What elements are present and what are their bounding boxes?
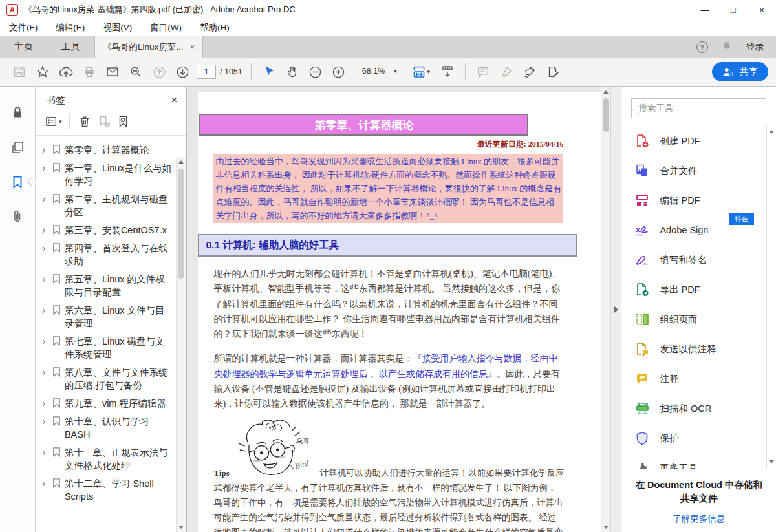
tool-comment[interactable]: 注释 (621, 364, 776, 394)
chevron-expand-icon[interactable]: › (42, 446, 48, 458)
bookmark-item[interactable]: › 第五章、Linux 的文件权限与目录配置 (42, 273, 173, 299)
tool-combine-files[interactable]: 合并文件 (621, 156, 776, 186)
fill-sign-page-button[interactable] (541, 61, 565, 83)
bookmark-options-button[interactable]: ▾ (43, 114, 63, 129)
tab-home[interactable]: 主页 (0, 36, 47, 58)
page-thumbnails-button[interactable] (9, 139, 26, 156)
tab-document[interactable]: 《鸟哥的Linux房菜... × (94, 36, 203, 58)
print-button[interactable] (78, 61, 101, 83)
bookmark-item[interactable]: › 第十章、认识与学习 BASH (42, 415, 173, 441)
delete-bookmark-button[interactable] (76, 113, 93, 130)
chevron-expand-icon[interactable]: › (42, 242, 48, 254)
bookmark-item[interactable]: › 第七章、Linux 磁盘与文件系统管理 (42, 335, 173, 361)
menu-window[interactable]: 窗口(W) (150, 22, 182, 34)
bookmark-item[interactable]: › 第九章、vim 程序编辑器 (42, 397, 173, 410)
upload-cloud-button[interactable] (54, 61, 78, 83)
page-number-input[interactable] (197, 65, 216, 79)
scroll-up-arrow[interactable] (178, 160, 184, 164)
tool-send-for-comments[interactable]: 发送以供注释 (621, 334, 776, 364)
search-tools-input[interactable] (631, 98, 766, 118)
menu-view[interactable]: 视图(V) (103, 22, 132, 34)
bookmark-item[interactable]: › 第十二章、学习 Shell Scripts (42, 477, 173, 503)
chevron-expand-icon[interactable]: › (42, 477, 48, 489)
menu-help[interactable]: 帮助(H) (200, 22, 230, 34)
chevron-expand-icon[interactable]: › (42, 273, 48, 285)
scroll-up-arrow[interactable] (769, 130, 774, 133)
scroll-down-arrow[interactable] (603, 526, 609, 529)
page-scrolling-button[interactable] (436, 61, 459, 83)
chevron-expand-icon[interactable]: › (42, 335, 48, 347)
bookmark-item[interactable]: › 第六章、Linux 文件与目录管理 (42, 304, 173, 330)
sign-pen-button[interactable] (518, 61, 541, 83)
email-button[interactable] (101, 61, 124, 83)
chevron-expand-icon[interactable]: › (42, 415, 48, 427)
maximize-button[interactable]: □ (719, 0, 748, 19)
tool-protect[interactable]: 保护 (621, 423, 776, 453)
notifications-bell-icon[interactable] (721, 40, 733, 54)
zoom-out-button[interactable] (304, 61, 327, 83)
close-button[interactable]: × (748, 0, 776, 19)
paragraph: 所谓的计算机就是一种计算器，而计算器其实是：『接受用户输入指令与数据，经由中央处… (213, 351, 565, 411)
scroll-down-arrow[interactable] (769, 460, 774, 463)
bookmark-item[interactable]: › 第二章、主机规划与磁盘分区 (42, 193, 173, 218)
chevron-expand-icon[interactable]: › (42, 162, 48, 174)
tool-fill-sign[interactable]: 填写和签名 (621, 245, 776, 275)
new-bookmark-button[interactable] (96, 113, 113, 130)
tool-scan-ocr[interactable]: 扫描和 OCR (621, 394, 776, 423)
chevron-expand-icon[interactable]: › (42, 397, 48, 409)
bookmarks-scrollbar[interactable] (176, 157, 186, 532)
highlight-button[interactable] (495, 61, 518, 83)
locate-current-bookmark-button[interactable] (115, 113, 132, 130)
scrollbar-thumb[interactable] (178, 169, 184, 279)
scroll-up-arrow[interactable] (603, 90, 609, 94)
bookmark-item[interactable]: › 第八章、文件与文件系统的压缩,打包与备份 (42, 366, 173, 392)
close-panel-icon[interactable]: × (171, 94, 178, 107)
fit-width-button[interactable]: ▾ (406, 61, 436, 83)
zoom-level-dropdown[interactable]: 68.1% ▾ (356, 65, 401, 78)
previous-page-button[interactable] (147, 61, 171, 83)
tool-edit-pdf[interactable]: 编辑 PDF (621, 186, 776, 215)
search-button[interactable] (124, 61, 147, 83)
chevron-expand-icon[interactable]: › (42, 193, 48, 205)
bookmarks-panel-button[interactable] (9, 174, 26, 191)
chevron-expand-icon[interactable]: › (42, 144, 48, 156)
tool-export-pdf[interactable]: 导出 PDF (621, 275, 776, 304)
tool-organize-pages[interactable]: 组织页面 (621, 304, 776, 334)
learn-more-link[interactable]: 了解更多信息 (673, 513, 725, 525)
save-button[interactable] (8, 61, 31, 83)
menu-edit[interactable]: 编辑(E) (56, 22, 85, 34)
minimize-button[interactable]: — (691, 0, 719, 19)
comment-button[interactable] (471, 61, 495, 83)
chevron-expand-icon[interactable]: › (42, 366, 48, 378)
sign-in-link[interactable]: 登录 (746, 41, 764, 53)
tab-tools[interactable]: 工具 (47, 36, 94, 58)
bookmark-item[interactable]: › 第零章、计算器概论 (42, 144, 173, 156)
bookmark-item[interactable]: › 第三章、安装CentOS7.x (42, 224, 173, 237)
document-scrollbar[interactable] (601, 87, 610, 532)
scroll-down-arrow[interactable] (178, 526, 184, 529)
scrollbar-thumb[interactable] (603, 98, 609, 132)
tool-adobe-sign[interactable]: Adobe Sign 特色 (621, 215, 776, 245)
document-canvas[interactable]: 第零章、计算器概论 最近更新日期: 2015/04/16 由过去的经验当中，鸟哥… (187, 87, 601, 532)
star-button[interactable] (31, 61, 54, 83)
close-tab-icon[interactable]: × (190, 42, 195, 52)
tool-more-tools[interactable]: 更多工具 (621, 453, 776, 469)
hand-tool-button[interactable] (281, 61, 304, 83)
menu-file[interactable]: 文件(F) (9, 22, 38, 34)
pdf-page[interactable]: 第零章、计算器概论 最近更新日期: 2015/04/16 由过去的经验当中，鸟哥… (198, 92, 601, 532)
zoom-in-button[interactable] (327, 61, 350, 83)
tool-create-pdf[interactable]: 创建 PDF (621, 126, 776, 156)
bookmark-item[interactable]: › 第十一章、正规表示法与文件格式化处理 (42, 446, 173, 472)
chevron-expand-icon[interactable]: › (42, 304, 48, 316)
chevron-expand-icon[interactable]: › (42, 224, 48, 236)
attachments-button[interactable] (9, 209, 26, 226)
share-button[interactable]: 共享 (712, 62, 768, 81)
bookmark-item[interactable]: › 第一章、Linux是什么与如何学习 (42, 162, 173, 187)
security-lock-button[interactable] (9, 104, 26, 121)
right-panel-toggle[interactable] (610, 87, 621, 532)
next-page-button[interactable] (171, 61, 194, 83)
help-icon[interactable]: ? (696, 41, 708, 53)
bookmark-item[interactable]: › 第四章、首次登入与在线求助 (42, 242, 173, 268)
select-tool-button[interactable] (257, 61, 281, 83)
tools-scrollbar[interactable] (766, 126, 767, 469)
